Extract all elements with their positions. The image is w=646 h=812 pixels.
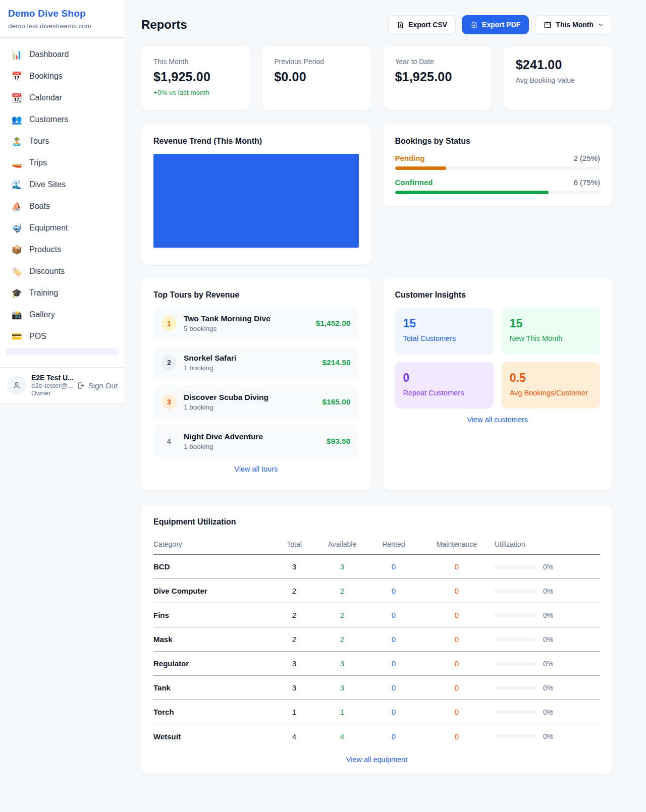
chevron-down-icon — [598, 22, 604, 28]
cell-maintenance: 0 — [419, 708, 495, 716]
cell-total: 3 — [273, 659, 316, 668]
tour-name: Two Tank Morning Dive — [184, 314, 309, 323]
cell-total: 3 — [273, 562, 316, 571]
dive-mask-icon: 🤿 — [11, 223, 22, 234]
export-csv-button[interactable]: Export CSV — [388, 15, 456, 34]
table-row: BCD 3 3 0 0 0% — [153, 555, 600, 579]
table-row: Tank 3 3 0 0 0% — [153, 676, 600, 700]
sidebar-item-tours[interactable]: 🏝️ Tours — [6, 132, 119, 151]
table-row: Wetsuit 4 4 0 0 0% — [153, 724, 600, 748]
cell-total: 3 — [273, 683, 316, 692]
tour-bookings: 5 bookings — [184, 325, 309, 332]
rank-badge: 1 — [162, 316, 177, 331]
column-header-maintenance: Maintenance — [419, 540, 495, 548]
sidebar-item-dive-sites[interactable]: 🌊 Dive Sites — [6, 175, 119, 194]
sidebar-item-label: Tours — [29, 137, 49, 146]
sidebar-header: Demo Dive Shop demo.test.divestreams.com — [0, 0, 125, 38]
stat-label: Avg Booking Value — [516, 76, 600, 84]
view-all-customers-link[interactable]: View all customers — [395, 416, 601, 424]
cell-category: Fins — [153, 611, 273, 619]
sidebar-item-label: Calendar — [29, 93, 62, 102]
sidebar-item-label: Trips — [29, 158, 47, 167]
tile-repeat-customers: 0 Repeat Customers — [395, 362, 494, 409]
stat-label: Previous Period — [274, 57, 358, 66]
tile-label: Total Customers — [403, 334, 486, 342]
sidebar-item-calendar[interactable]: 📆 Calendar — [6, 88, 119, 107]
cell-rented: 0 — [368, 587, 419, 595]
sidebar-item-label: Dive Sites — [29, 180, 66, 189]
sidebar-item-bookings[interactable]: 📅 Bookings — [6, 67, 119, 86]
sign-out-button[interactable]: Sign Out — [77, 381, 118, 390]
main-content: Reports Export CSV Export PDF — [125, 0, 646, 812]
insight-tiles: 15 Total Customers 15 New This Month 0 R… — [395, 308, 601, 409]
sidebar-item-boats[interactable]: ⛵ Boats — [6, 197, 119, 216]
cell-category: Regulator — [153, 659, 273, 668]
tour-row[interactable]: 2 Snorkel Safari 1 booking $214.50 — [153, 346, 359, 379]
sidebar-item-products[interactable]: 📦 Products — [6, 240, 119, 259]
stat-label: This Month — [153, 57, 238, 66]
rank-badge: 4 — [162, 434, 177, 449]
utilization-bar — [495, 686, 536, 690]
tour-row[interactable]: 3 Discover Scuba Diving 1 booking $165.0… — [153, 385, 359, 419]
top-tours-card: Top Tours by Revenue 1 Two Tank Morning … — [141, 278, 371, 490]
sidebar-item-label: Products — [29, 245, 61, 254]
stat-value: $0.00 — [274, 70, 358, 84]
sidebar-item-label: Equipment — [29, 223, 68, 233]
cell-utilization: 0% — [495, 635, 600, 644]
sidebar-item-label: Gallery — [29, 310, 55, 319]
utilization-bar — [495, 589, 536, 593]
progress-track — [395, 191, 601, 194]
sidebar-nav: 📊 Dashboard 📅 Bookings 📆 Calendar 👥 Cust… — [0, 38, 125, 367]
sidebar-item-dashboard[interactable]: 📊 Dashboard — [6, 45, 119, 64]
stat-card-avg-booking-value: $241.00 Avg Booking Value — [504, 46, 612, 110]
cell-total: 4 — [273, 732, 316, 741]
charts-row: Revenue Trend (This Month) Bookings by S… — [141, 125, 612, 265]
user-role: Owner — [31, 389, 72, 397]
progress-track — [395, 166, 601, 170]
sidebar-item-active-partial[interactable] — [6, 349, 119, 355]
sidebar-item-discounts[interactable]: 🏷️ Discounts — [6, 262, 119, 281]
stat-value: $241.00 — [516, 57, 600, 72]
utilization-percent: 0% — [543, 708, 553, 716]
table-header-row: Category Total Available Rented Maintena… — [153, 534, 600, 555]
stat-label: Year to Date — [395, 57, 479, 66]
utilization-bar — [495, 662, 536, 666]
sidebar-item-customers[interactable]: 👥 Customers — [6, 110, 119, 129]
sidebar-item-gallery[interactable]: 📸 Gallery — [6, 305, 119, 324]
sign-out-label: Sign Out — [88, 381, 118, 390]
tour-name: Discover Scuba Diving — [184, 393, 315, 402]
rank-badge: 3 — [162, 394, 177, 410]
avatar — [7, 376, 26, 395]
cell-maintenance: 0 — [419, 635, 495, 644]
tile-total-customers: 15 Total Customers — [395, 308, 494, 354]
cell-utilization: 0% — [495, 611, 600, 619]
sidebar-item-label: POS — [29, 332, 46, 341]
sidebar-item-training[interactable]: 🎓 Training — [6, 283, 119, 303]
tour-row[interactable]: 1 Two Tank Morning Dive 5 bookings $1,45… — [153, 307, 359, 340]
graduation-cap-icon: 🎓 — [11, 288, 22, 299]
sidebar-item-pos[interactable]: 💳 POS — [6, 327, 119, 346]
stat-card-year-to-date: Year to Date $1,925.00 — [383, 46, 492, 110]
tour-bookings: 1 booking — [184, 403, 315, 411]
view-all-tours-link[interactable]: View all tours — [153, 465, 359, 473]
equipment-table: Category Total Available Rented Maintena… — [153, 534, 600, 748]
stat-card-this-month: This Month $1,925.00 +0% vs last month — [141, 46, 250, 110]
tile-avg-bookings-customer: 0.5 Avg Bookings/Customer — [502, 362, 600, 409]
rank-badge: 2 — [162, 355, 177, 370]
tour-row[interactable]: 4 Night Dive Adventure 1 booking $93.50 — [153, 425, 359, 458]
stat-value: $1,925.00 — [153, 70, 238, 84]
period-dropdown[interactable]: This Month — [535, 15, 612, 34]
sidebar-item-equipment[interactable]: 🤿 Equipment — [6, 218, 119, 238]
tile-value: 15 — [510, 317, 592, 330]
utilization-percent: 0% — [543, 660, 553, 668]
cell-rented: 0 — [368, 562, 419, 571]
cell-category: Wetsuit — [153, 732, 273, 741]
sidebar-item-label: Discounts — [29, 267, 65, 276]
tag-icon: 🏷️ — [11, 266, 22, 277]
sidebar-item-trips[interactable]: 🚤 Trips — [6, 153, 119, 172]
export-pdf-button[interactable]: Export PDF — [462, 15, 529, 34]
revenue-trend-bar — [153, 154, 359, 248]
view-all-equipment-link[interactable]: View all equipment — [153, 756, 600, 764]
user-meta: E2E Test U... e2e-tester@... Owner — [31, 374, 72, 397]
tour-revenue: $1,452.00 — [316, 319, 351, 328]
